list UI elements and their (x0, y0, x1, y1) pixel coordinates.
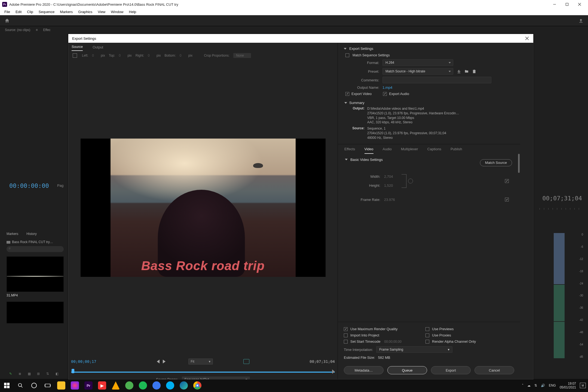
tab-video[interactable]: Video (365, 147, 373, 154)
summary-heading[interactable]: Summary (344, 101, 514, 105)
crop-icon[interactable] (73, 53, 77, 58)
freeform-view-icon[interactable]: ⊞ (37, 372, 41, 376)
menu-graphics[interactable]: Graphics (75, 9, 95, 14)
taskbar-app-signal[interactable] (152, 381, 161, 390)
out-point-icon[interactable] (332, 369, 335, 374)
framerate-value[interactable]: 23.976 (384, 198, 399, 202)
use-proxies-checkbox[interactable] (425, 333, 429, 337)
list-view-icon[interactable]: ≣ (19, 372, 23, 376)
tray-network-icon[interactable]: ⇅ (534, 384, 537, 387)
icon-view-icon[interactable]: ▦ (28, 372, 32, 376)
taskbar-app-winamp[interactable] (111, 381, 120, 390)
tab-captions[interactable]: Captions (427, 147, 441, 154)
framerate-match-checkbox[interactable] (505, 198, 509, 201)
tab-audio[interactable]: Audio (383, 147, 392, 154)
cancel-button[interactable]: Cancel (474, 366, 514, 374)
tab-effects[interactable]: Effects (344, 147, 355, 154)
use-previews-checkbox[interactable] (425, 327, 429, 331)
save-preset-icon[interactable] (457, 69, 461, 74)
new-item-icon[interactable]: ✎ (9, 372, 14, 376)
taskbar-app-utorrent[interactable] (125, 381, 134, 390)
queue-button[interactable]: Queue (387, 366, 427, 374)
crop-bottom-value[interactable]: 0 (180, 54, 185, 57)
menu-edit[interactable]: Edit (13, 9, 24, 14)
tray-onedrive-icon[interactable]: ☁ (527, 384, 531, 387)
tray-clock[interactable]: 19:07 05/01/2021 (560, 382, 576, 390)
comments-input[interactable] (382, 77, 491, 83)
preview-frame[interactable]: Bass Rock road trip (81, 139, 326, 277)
tray-chevron-icon[interactable]: ˄ (522, 384, 523, 387)
crop-proportions-dropdown[interactable]: None (233, 53, 251, 58)
timeline-ruler[interactable] (540, 201, 583, 210)
crop-right-value[interactable]: 0 (148, 54, 153, 57)
dialog-close-button[interactable] (525, 36, 529, 41)
tray-language[interactable]: ENG (549, 384, 556, 387)
tab-output-preview[interactable]: Output (93, 45, 103, 51)
tray-volume-icon[interactable]: 🔊 (541, 384, 545, 387)
zoom-fit-dropdown[interactable]: Fit▾ (188, 359, 213, 365)
home-icon[interactable] (4, 18, 10, 23)
start-timecode-checkbox[interactable] (344, 340, 348, 344)
tab-history[interactable]: History (26, 232, 36, 236)
export-audio-checkbox[interactable] (383, 92, 387, 96)
task-view-icon[interactable] (43, 381, 52, 390)
time-interpolation-dropdown[interactable]: Frame Sampling▾ (376, 346, 452, 353)
match-source-button[interactable]: Match Source (480, 159, 512, 166)
menu-file[interactable]: File (2, 9, 13, 14)
tab-multiplexer[interactable]: Multiplexer (401, 147, 418, 154)
preview-current-tc[interactable]: 00;00;00;17 (71, 359, 120, 364)
taskbar-app-premiere[interactable]: Pr (84, 381, 93, 390)
taskbar-app-edge[interactable] (179, 381, 188, 390)
tray-notifications-icon[interactable]: M (580, 383, 586, 388)
step-forward-icon[interactable] (163, 360, 166, 363)
tab-markers[interactable]: Markers (7, 232, 18, 236)
minimize-button[interactable] (548, 0, 561, 9)
aspect-toggle-icon[interactable] (243, 359, 249, 364)
export-settings-heading[interactable]: Export Settings (344, 47, 514, 51)
scrub-track[interactable] (71, 370, 335, 373)
taskbar-app-spotify[interactable] (138, 381, 148, 390)
taskbar-app-skype[interactable] (166, 381, 175, 390)
step-back-icon[interactable] (157, 360, 160, 363)
search-icon[interactable] (16, 381, 25, 390)
format-dropdown[interactable]: H.264 (382, 59, 453, 66)
menu-clip[interactable]: Clip (24, 9, 36, 14)
tab-effect[interactable]: Effec (43, 28, 50, 32)
start-button[interactable] (2, 381, 11, 390)
menu-window[interactable]: Window (108, 9, 126, 14)
metadata-button[interactable]: Metadata… (344, 366, 384, 374)
cortana-icon[interactable] (29, 381, 39, 390)
close-button[interactable] (573, 0, 586, 9)
menu-sequence[interactable]: Sequence (36, 9, 57, 14)
width-value[interactable]: 2,704 (384, 174, 399, 179)
sort-icon[interactable]: ⇅ (46, 372, 51, 376)
clip-thumbnail[interactable] (7, 256, 64, 292)
maximize-button[interactable] (561, 0, 573, 9)
settings-icon[interactable]: ◧ (56, 372, 60, 376)
project-breadcrumb[interactable]: Bass Rock FINAL CUT try… (7, 240, 62, 244)
match-sequence-checkbox[interactable] (345, 53, 349, 57)
export-button[interactable]: Export (431, 366, 471, 374)
crop-left-value[interactable]: 0 (92, 54, 97, 57)
taskbar-app-explorer[interactable] (57, 381, 66, 390)
menu-markers[interactable]: Markers (57, 9, 75, 14)
menu-help[interactable]: Help (126, 9, 139, 14)
taskbar-app-chrome[interactable] (193, 381, 202, 390)
height-value[interactable]: 1,520 (384, 183, 399, 188)
import-preset-icon[interactable] (464, 69, 469, 74)
delete-preset-icon[interactable] (472, 69, 477, 74)
import-project-checkbox[interactable] (344, 333, 348, 337)
taskbar-app-cc[interactable] (70, 381, 79, 390)
output-name-link[interactable]: 1.mp4 (382, 85, 392, 90)
settings-scrollbar[interactable] (518, 154, 520, 173)
dimensions-match-checkbox[interactable] (505, 179, 509, 183)
share-icon[interactable] (578, 18, 584, 23)
preset-dropdown[interactable]: Match Source - High bitrate (382, 68, 453, 75)
tab-source[interactable]: Source: (no clips) (5, 28, 30, 32)
max-render-quality-checkbox[interactable] (344, 327, 348, 331)
clip-thumbnail[interactable] (7, 302, 64, 323)
menu-view[interactable]: View (95, 9, 108, 14)
taskbar-app-youtube[interactable]: ▶ (97, 381, 107, 390)
render-alpha-checkbox[interactable] (425, 340, 429, 344)
panel-menu-icon[interactable]: ≡ (36, 28, 38, 32)
